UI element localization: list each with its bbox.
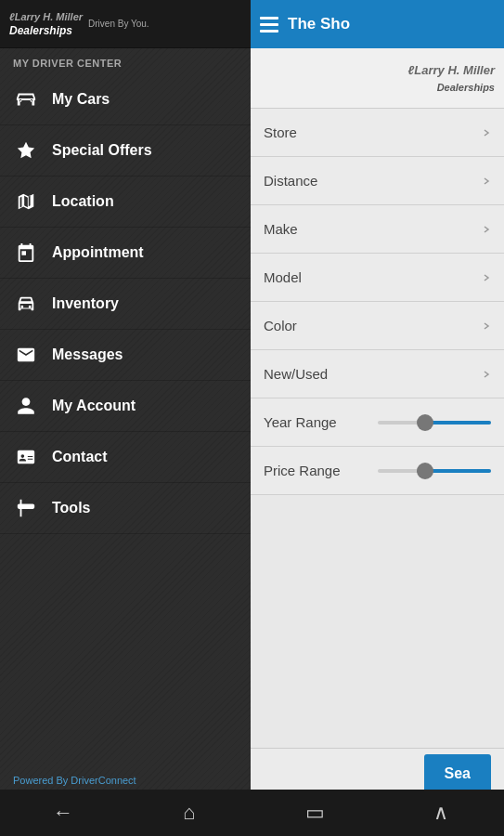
location-label: Location (52, 193, 114, 210)
menu-icon[interactable] (260, 17, 278, 33)
back-button[interactable]: ← (40, 790, 86, 836)
my-account-label: My Account (52, 398, 136, 414)
filter-make-label: Make (264, 221, 482, 237)
year-range-slider[interactable] (378, 421, 492, 425)
right-panel: The Sho ℓLarry H. Miller Dealerships Sto… (251, 0, 504, 799)
my-cars-label: My Cars (52, 91, 110, 108)
inventory-label: Inventory (52, 295, 119, 312)
filter-distance[interactable]: Distance (251, 157, 504, 205)
appointment-label: Appointment (52, 244, 144, 261)
filter-price-range-label: Price Range (264, 463, 378, 478)
sidebar-item-location[interactable]: Location (0, 176, 251, 228)
filter-make[interactable]: Make (251, 205, 504, 254)
sidebar-item-messages[interactable]: Messages (0, 330, 251, 381)
filter-price-range[interactable]: Price Range (251, 447, 504, 495)
garage-icon (13, 86, 39, 112)
filter-new-used[interactable]: New/Used (251, 350, 504, 398)
special-offers-label: Special Offers (52, 142, 152, 159)
wrench-icon (13, 495, 39, 521)
chevron-right-icon (482, 321, 491, 331)
year-range-thumb[interactable] (417, 414, 433, 431)
sidebar-item-appointment[interactable]: Appointment (0, 228, 251, 279)
filter-store[interactable]: Store (251, 109, 504, 157)
home-button[interactable]: ⌂ (166, 790, 213, 836)
contact-label: Contact (52, 449, 108, 465)
overview-button[interactable]: ▭ (291, 790, 338, 836)
logo-text: ℓLarry H. Miller Dealerships (9, 10, 83, 37)
sidebar-item-my-cars[interactable]: My Cars (0, 74, 251, 125)
filter-model[interactable]: Model (251, 254, 504, 302)
chevron-right-icon (482, 128, 491, 137)
chevron-right-icon (482, 225, 491, 234)
sidebar-item-my-account[interactable]: My Account (0, 381, 251, 432)
map-icon (13, 189, 39, 215)
tools-label: Tools (52, 500, 90, 516)
sidebar: ℓLarry H. Miller Dealerships Driven By Y… (0, 0, 251, 799)
sidebar-item-contact[interactable]: Contact (0, 432, 251, 483)
price-range-track (378, 469, 492, 473)
price-range-thumb[interactable] (417, 463, 433, 479)
bottom-nav: ← ⌂ ▭ ∧ (0, 790, 504, 836)
chevron-right-icon (482, 176, 491, 186)
filter-new-used-label: New/Used (264, 366, 482, 382)
filter-color[interactable]: Color (251, 302, 504, 350)
up-button[interactable]: ∧ (418, 790, 464, 836)
filter-year-range[interactable]: Year Range (251, 398, 504, 447)
messages-label: Messages (52, 346, 123, 363)
price-range-slider[interactable] (378, 469, 492, 473)
dealer-logo-right-text: ℓLarry H. Miller Dealerships (408, 61, 495, 95)
sidebar-item-special-offers[interactable]: Special Offers (0, 125, 251, 176)
calendar-icon (13, 240, 39, 266)
logo-tagline: Driven By You. (88, 19, 149, 29)
dealer-logo-right: ℓLarry H. Miller Dealerships (251, 48, 504, 109)
filter-color-label: Color (264, 318, 482, 333)
filter-model-label: Model (264, 269, 482, 285)
header-title: The Sho (288, 15, 350, 33)
filter-distance-label: Distance (264, 173, 482, 189)
sidebar-item-inventory[interactable]: Inventory (0, 279, 251, 330)
chevron-right-icon (482, 273, 491, 282)
star-icon (13, 137, 39, 163)
logo-area: ℓLarry H. Miller Dealerships Driven By Y… (0, 0, 251, 48)
year-range-track (378, 421, 492, 425)
filter-store-label: Store (264, 124, 482, 140)
id-card-icon (13, 444, 39, 470)
search-button[interactable]: Sea (424, 754, 491, 793)
sidebar-item-tools[interactable]: Tools (0, 483, 251, 534)
right-header: The Sho (251, 0, 504, 48)
chevron-right-icon (482, 370, 491, 379)
person-icon (13, 393, 39, 419)
car-icon (13, 291, 39, 317)
filter-list: Store Distance Make Model Color New/Used (251, 109, 504, 748)
filter-year-range-label: Year Range (264, 414, 378, 430)
envelope-icon (13, 342, 39, 368)
driver-center-label: MY DRIVER CENTER (0, 48, 251, 74)
